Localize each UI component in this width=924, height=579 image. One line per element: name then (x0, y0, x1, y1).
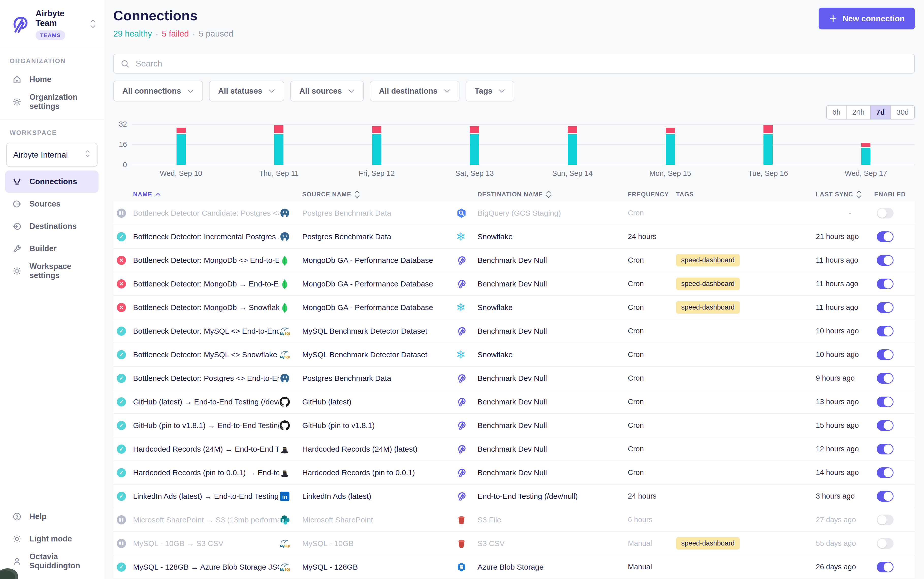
destination-name: Benchmark Dev Null (473, 280, 628, 288)
enabled-toggle[interactable] (877, 373, 893, 384)
gear-icon (12, 97, 22, 106)
enabled-toggle[interactable] (877, 255, 893, 266)
enabled-toggle[interactable] (877, 326, 893, 337)
last-sync: - (816, 209, 874, 217)
enabled-toggle[interactable] (877, 208, 893, 218)
table-row[interactable]: ✓Hardcoded Records (pin to 0.0.1) → End-… (113, 461, 915, 485)
enabled-toggle[interactable] (877, 279, 893, 289)
sidebar-item-sources[interactable]: Sources (0, 193, 103, 215)
page-header: Connections 29 healthy·5 failed·5 paused… (113, 0, 915, 39)
y-axis-label: 32 (119, 120, 127, 128)
table-row[interactable]: ✕Bottleneck Detector: MongoDb → Snowflak… (113, 296, 915, 319)
last-sync: 3 hours ago (816, 492, 874, 500)
svg-text:My: My (280, 544, 284, 548)
table-row[interactable]: ✓Bottleneck Detector: MySQL <> Snowflake… (113, 343, 915, 366)
connection-name: Bottleneck Detector: Postgres <> End-to-… (133, 374, 279, 383)
sidebar-item-help[interactable]: Help (0, 505, 103, 528)
col-header-destination-name[interactable]: DESTINATION NAME (473, 190, 628, 199)
sidebar-bottom-nav: HelpLight modeOctavia Squiddington (0, 505, 103, 579)
hardcoded-icon (279, 467, 296, 478)
sidebar-item-workspace-settings[interactable]: Workspace settings (0, 260, 103, 282)
sidebar-item-label: Help (30, 512, 46, 521)
enabled-toggle[interactable] (877, 562, 893, 572)
filter-all-sources[interactable]: All sources (290, 81, 364, 101)
y-axis-label: 16 (119, 140, 127, 149)
table-row[interactable]: ✓Bottleneck Detector: MySQL <> End-to-En… (113, 319, 915, 343)
tag-badge: speed-dashboard (676, 301, 740, 314)
table-row[interactable]: Bottleneck Detector Candidate: Postgres … (113, 201, 915, 225)
enabled-toggle[interactable] (877, 467, 893, 478)
col-header-label: NAME (133, 191, 152, 198)
last-sync: 14 hours ago (816, 468, 874, 477)
sidebar-item-label: Octavia Squiddington (30, 552, 97, 570)
sidebar-item-home[interactable]: Home (0, 68, 103, 91)
enabled-toggle[interactable] (877, 491, 893, 502)
table-row[interactable]: ✓MySQL - 128GB → Azure Blob Storage JSOn… (113, 555, 915, 579)
sidebar-item-light-mode[interactable]: Light mode (0, 528, 103, 550)
mongodb-icon (279, 302, 296, 313)
chart-bar (274, 125, 284, 165)
plus-icon (829, 14, 837, 23)
range-30d[interactable]: 30d (891, 106, 914, 119)
table-row[interactable]: Microsoft SharePoint → S3 (13mb performa… (113, 508, 915, 532)
github-icon (279, 420, 296, 431)
separator: · (192, 29, 195, 38)
table-row[interactable]: ✓Hardcoded Records (24M) → End-to-End Te… (113, 437, 915, 461)
destination-name: Benchmark Dev Null (473, 397, 628, 406)
filter-all-connections[interactable]: All connections (113, 81, 203, 101)
frequency: Cron (628, 421, 676, 430)
table-row[interactable]: MySQL - 10GB → S3 CSVMySQL.MySQL - 10GBS… (113, 532, 915, 555)
sidebar-item-connections[interactable]: Connections (5, 170, 98, 193)
table-row[interactable]: ✓Bottleneck Detector: Postgres <> End-to… (113, 366, 915, 390)
sidebar-item-organization-settings[interactable]: Organization settings (0, 91, 103, 113)
org-switcher[interactable]: Airbyte Team TEAMS (0, 0, 103, 48)
table-row[interactable]: ✓LinkedIn Ads (latest) → End-to-End Test… (113, 485, 915, 508)
enabled-toggle[interactable] (877, 231, 893, 242)
enabled-toggle[interactable] (877, 302, 893, 313)
sidebar-item-destinations[interactable]: Destinations (0, 215, 103, 237)
bar-segment-failed-syncs (372, 126, 381, 133)
destination-icon (12, 221, 22, 231)
bar-segment-healthy-syncs (568, 134, 577, 165)
sidebar-item-label: Destinations (30, 222, 77, 231)
new-connection-button[interactable]: New connection (819, 8, 915, 29)
connections-table: NAMESOURCE NAMEDESTINATION NAMEFREQUENCY… (113, 187, 915, 579)
table-row[interactable]: ✓Bottleneck Detector: Incremental Postgr… (113, 225, 915, 249)
table-row[interactable]: ✓GitHub (pin to v1.8.1) → End-to-End Tes… (113, 414, 915, 437)
filter-all-destinations[interactable]: All destinations (370, 81, 460, 101)
bar-segment-failed-syncs (861, 143, 870, 147)
gridline (132, 124, 915, 124)
table-row[interactable]: ✕Bottleneck Detector: MongoDb <> End-to-… (113, 249, 915, 272)
frequency: Cron (628, 468, 676, 477)
destination-name: Benchmark Dev Null (473, 327, 628, 335)
workspace-selector[interactable]: Airbyte Internal (6, 142, 97, 167)
col-header-name[interactable]: NAME (133, 191, 279, 198)
sidebar-item-builder[interactable]: Builder (0, 237, 103, 260)
sidebar-item-label: Workspace settings (30, 262, 97, 280)
range-24h[interactable]: 24h (846, 106, 870, 119)
table-row[interactable]: ✓GitHub (latest) → End-to-End Testing (/… (113, 390, 915, 414)
filter-all-statuses[interactable]: All statuses (209, 81, 284, 101)
range-6h[interactable]: 6h (827, 106, 846, 119)
enabled-toggle[interactable] (877, 420, 893, 431)
col-header-last-sync[interactable]: LAST SYNC (816, 190, 874, 199)
col-header-label: DESTINATION NAME (478, 191, 543, 198)
connection-name: MySQL - 128GB → Azure Blob Storage JSOn … (133, 563, 279, 571)
airbyte-icon (456, 397, 473, 407)
enabled-toggle[interactable] (877, 397, 893, 407)
bar-segment-failed-syncs (763, 125, 773, 133)
enabled-toggle[interactable] (877, 515, 893, 525)
sidebar-item-octavia-squiddington[interactable]: Octavia Squiddington (0, 550, 103, 572)
filter-label: All connections (122, 87, 181, 96)
table-row[interactable]: ✕Bottleneck Detector: MongoDb → End-to-E… (113, 272, 915, 296)
frequency: 24 hours (628, 232, 676, 241)
enabled-toggle[interactable] (877, 349, 893, 360)
range-7d[interactable]: 7d (870, 106, 891, 119)
filter-tags[interactable]: Tags (466, 81, 514, 101)
enabled-toggle[interactable] (877, 444, 893, 455)
col-header-label: ENABLED (874, 191, 906, 198)
search-input[interactable] (135, 59, 908, 69)
col-header-source-name[interactable]: SOURCE NAME (296, 190, 456, 199)
svg-text:in: in (282, 494, 287, 500)
enabled-toggle[interactable] (877, 538, 893, 549)
